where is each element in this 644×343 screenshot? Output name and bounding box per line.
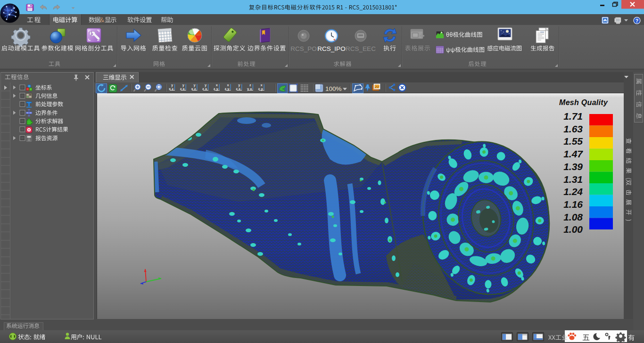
svg-text:z: z bbox=[249, 83, 251, 87]
svg-text:?: ? bbox=[636, 18, 638, 24]
